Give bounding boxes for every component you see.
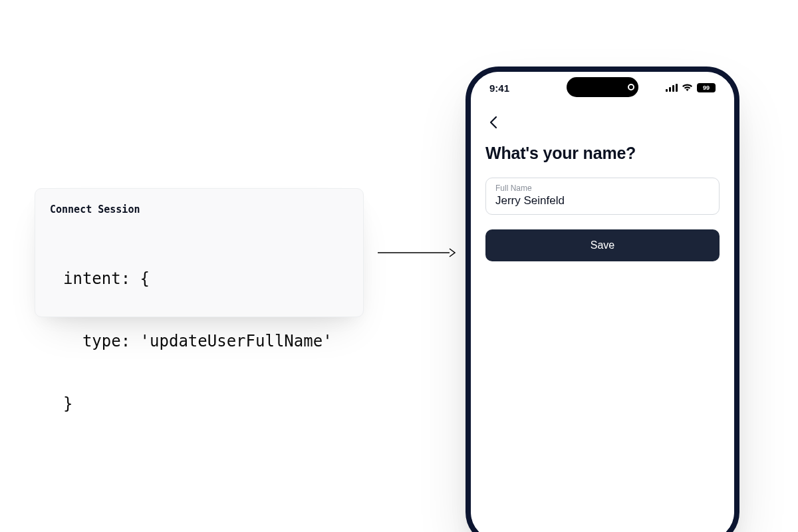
wifi-icon xyxy=(682,84,693,92)
camera-dot-icon xyxy=(628,84,634,90)
code-line: intent: { xyxy=(63,269,348,289)
battery-icon: 99 xyxy=(697,83,716,92)
field-label: Full Name xyxy=(495,184,710,193)
status-bar: 9:41 xyxy=(471,72,734,104)
code-card-title: Connect Session xyxy=(50,203,348,215)
page-title: What's your name? xyxy=(485,144,720,163)
arrow-icon xyxy=(378,247,456,258)
full-name-input[interactable] xyxy=(495,194,710,207)
code-block: intent: { type: 'updateUserFullName' } xyxy=(50,227,348,456)
topbar xyxy=(471,104,734,132)
phone-content: What's your name? Full Name Save xyxy=(471,132,734,261)
phone-frame: 9:41 xyxy=(466,66,739,532)
phone-screen: 9:41 xyxy=(471,72,734,532)
svg-rect-1 xyxy=(666,89,668,92)
dynamic-island xyxy=(567,77,638,97)
svg-rect-4 xyxy=(676,84,678,92)
status-right: 99 xyxy=(666,83,716,92)
save-button[interactable]: Save xyxy=(485,229,720,261)
back-button[interactable] xyxy=(485,116,501,132)
chevron-left-icon xyxy=(489,116,497,132)
status-time: 9:41 xyxy=(489,82,529,94)
code-line: type: 'updateUserFullName' xyxy=(63,331,348,352)
code-card: Connect Session intent: { type: 'updateU… xyxy=(35,188,364,317)
full-name-field[interactable]: Full Name xyxy=(485,178,720,215)
svg-rect-2 xyxy=(669,87,671,92)
svg-rect-3 xyxy=(672,85,674,92)
signal-icon xyxy=(666,84,678,92)
battery-level: 99 xyxy=(703,84,710,91)
code-line: } xyxy=(63,394,348,414)
